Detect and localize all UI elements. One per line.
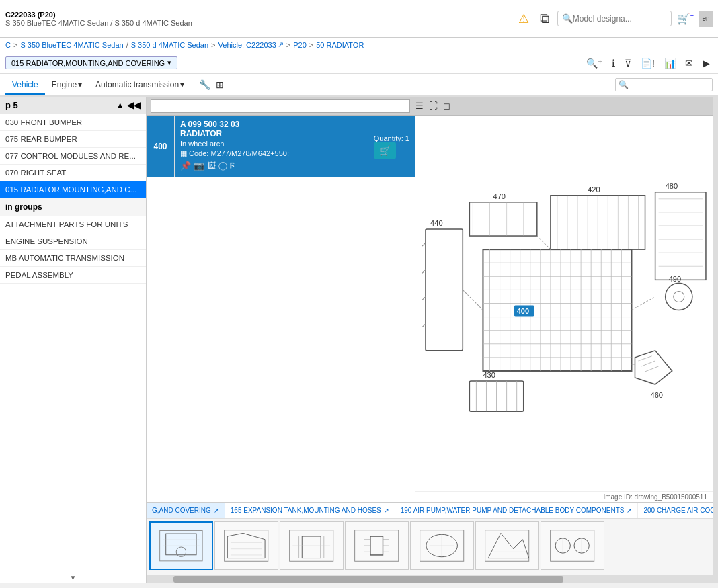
document-icon[interactable]: 📄! [638, 56, 657, 70]
grid-icon[interactable]: ⊞ [213, 78, 227, 91]
wrench-icon[interactable]: 🔧 [196, 78, 213, 91]
sidebar-item-075[interactable]: 075 REAR BUMPER [0, 131, 146, 148]
part-quantity-cell: Quantity: 1 🛒 [368, 116, 415, 177]
funnel-icon[interactable]: ⊽ [622, 56, 634, 70]
svg-text:480: 480 [666, 182, 678, 190]
breadcrumb-s350d[interactable]: S 350 d 4MATIC Sedan [131, 41, 208, 49]
part-image-icon[interactable]: 🖼 [207, 161, 216, 173]
mail-icon[interactable]: ✉ [682, 56, 696, 70]
bottom-label-text-3: 200 CHARGE AIR COOLING [643, 507, 713, 514]
grid-view-icon[interactable]: ⛶ [428, 99, 439, 112]
bottom-label-0[interactable]: G,AND COVERING ↗ [147, 503, 225, 518]
breadcrumb-vehicle[interactable]: Vehicle: C222033 [218, 41, 276, 49]
table-row[interactable]: 400 A 099 500 32 03 RADIATOR In wheel ar… [147, 116, 415, 177]
thumbnail-2[interactable] [280, 521, 344, 570]
bottom-label-text-2: 190 AIR PUMP,WATER PUMP AND DETACHABLE B… [401, 507, 625, 514]
thumb-svg-1 [221, 527, 271, 564]
sidebar-scroll-indicator[interactable]: ▼ [0, 573, 146, 583]
tab-engine[interactable]: Engine ▾ [45, 76, 89, 93]
list-view-icon[interactable]: ☰ [414, 99, 425, 112]
sidebar-group-engine-suspension[interactable]: ENGINE SUSPENSION [0, 233, 146, 250]
filter-label: 015 RADIATOR,MOUNTING,AND COVERING [11, 59, 165, 67]
thumbnail-6[interactable] [541, 521, 604, 570]
copy-icon[interactable]: ⧉ [537, 8, 552, 29]
sidebar-item-015[interactable]: 015 RADIATOR,MOUNTING,AND C... [0, 181, 146, 198]
sidebar-nav-icons: ▲ ◀◀ [116, 100, 141, 110]
more-icon[interactable]: ▶ [700, 56, 713, 70]
right-content: ☰ ⛶ ◻ 400 A 099 500 32 03 RADIATOR [147, 97, 713, 583]
svg-rect-27 [303, 536, 321, 558]
thumb-svg-3 [352, 527, 401, 564]
thumbnail-1[interactable] [214, 521, 278, 570]
sidebar-group-divider: in groups [0, 198, 146, 216]
zoom-in-icon[interactable]: 🔍⁺ [584, 56, 605, 70]
sidebar-group-mb-automatic[interactable]: MB AUTOMATIC TRANSMISSION [0, 250, 146, 267]
horizontal-scrollbar[interactable] [147, 575, 713, 583]
bottom-label-2[interactable]: 190 AIR PUMP,WATER PUMP AND DETACHABLE B… [395, 503, 639, 518]
quantity-label: Quantity: 1 [374, 134, 409, 142]
sidebar-title: p 5 [5, 100, 18, 110]
model-search-box[interactable]: 🔍 [557, 11, 672, 26]
svg-text:460: 460 [651, 391, 663, 399]
nav-search-box[interactable]: 🔍 [615, 78, 713, 91]
thumbnail-0[interactable] [149, 521, 213, 570]
tab-engine-label: Engine [52, 80, 77, 89]
part-info-icon[interactable]: ⓘ [218, 161, 227, 173]
cart-icon: 🛒+ [677, 13, 694, 24]
scroll-down-icon: ▼ [70, 574, 77, 581]
lang-button[interactable]: en [699, 11, 713, 27]
scrollbar-thumb[interactable] [173, 576, 563, 583]
tab-automatic-transmission[interactable]: Automatic transmission ▾ [89, 76, 191, 93]
part-copy-icon[interactable]: ⎘ [230, 161, 235, 173]
breadcrumb: C > S 350 BlueTEC 4MATIC Sedan / S 350 d… [0, 38, 718, 52]
bottom-label-ext-icon-0: ↗ [214, 507, 219, 514]
sidebar-group-attachment[interactable]: ATTACHMENT PARTS FOR UNITS [0, 216, 146, 233]
vehicle-link-icon[interactable]: ↗ [278, 40, 284, 49]
sidebar-group-pedal[interactable]: PEDAL ASSEMBLY [0, 267, 146, 284]
breadcrumb-c[interactable]: C [5, 41, 11, 49]
sidebar-collapse-icon[interactable]: ◀◀ [127, 100, 141, 110]
info-icon[interactable]: ℹ [609, 56, 618, 70]
svg-rect-32 [485, 530, 529, 561]
nav-search-input[interactable] [629, 80, 709, 89]
header-vehicle-info: C222033 (P20) S 350 BlueTEC 4MATIC Sedan… [5, 11, 516, 27]
thumbnail-5[interactable] [475, 521, 539, 570]
svg-text:400: 400 [517, 307, 529, 315]
grid-small-icon: ▦ [180, 149, 187, 157]
add-to-cart-button[interactable]: 🛒 [374, 142, 396, 159]
breadcrumb-s350[interactable]: S 350 BlueTEC 4MATIC Sedan [20, 41, 123, 49]
thumb-svg-5 [482, 527, 532, 564]
parts-search-input[interactable] [151, 99, 410, 113]
bottom-label-1[interactable]: 165 EXPANSION TANK,MOUNTING AND HOSES ↗ [225, 503, 395, 518]
thumb-svg-2 [286, 527, 336, 564]
part-pin-icon[interactable]: 📌 [180, 161, 191, 173]
sidebar-item-030[interactable]: 030 FRONT BUMPER [0, 114, 146, 131]
thumb-svg-6 [547, 527, 597, 564]
tab-vehicle[interactable]: Vehicle [5, 76, 45, 95]
sidebar-item-070[interactable]: 070 RIGHT SEAT [0, 165, 146, 181]
breadcrumb-50radiator[interactable]: 50 RADIATOR [316, 41, 364, 49]
svg-rect-28 [355, 530, 399, 561]
chart-icon[interactable]: 📊 [662, 56, 678, 70]
sidebar-item-077[interactable]: 077 CONTROL MODULES AND RE... [0, 148, 146, 165]
svg-text:470: 470 [493, 192, 506, 200]
part-sub-text: In wheel arch [180, 140, 363, 148]
sidebar-header: p 5 ▲ ◀◀ [0, 97, 146, 114]
part-camera-icon[interactable]: 📷 [194, 161, 204, 173]
toolbar-row: 015 RADIATOR,MOUNTING,AND COVERING ▾ 🔍⁺ … [0, 52, 718, 74]
thumbnail-3[interactable] [345, 521, 409, 570]
right-edge-panel [713, 97, 718, 583]
parts-diagram: 440 470 420 [415, 116, 713, 491]
part-position-number: 400 [153, 142, 167, 151]
bottom-label-3[interactable]: 200 CHARGE AIR COOLING ↗ [638, 503, 713, 518]
model-search-input[interactable] [573, 14, 667, 24]
nav-search-icon: 🔍 [619, 80, 629, 89]
svg-text:420: 420 [588, 185, 600, 194]
warning-icon[interactable]: ⚠ [516, 9, 532, 29]
filter-dropdown[interactable]: 015 RADIATOR,MOUNTING,AND COVERING ▾ [5, 56, 177, 69]
sidebar-up-icon[interactable]: ▲ [116, 100, 124, 110]
thumbnail-4[interactable] [410, 521, 474, 570]
expand-icon[interactable]: ◻ [442, 99, 452, 112]
breadcrumb-p20[interactable]: P20 [293, 41, 307, 49]
cart-button[interactable]: 🛒+ [677, 12, 694, 25]
